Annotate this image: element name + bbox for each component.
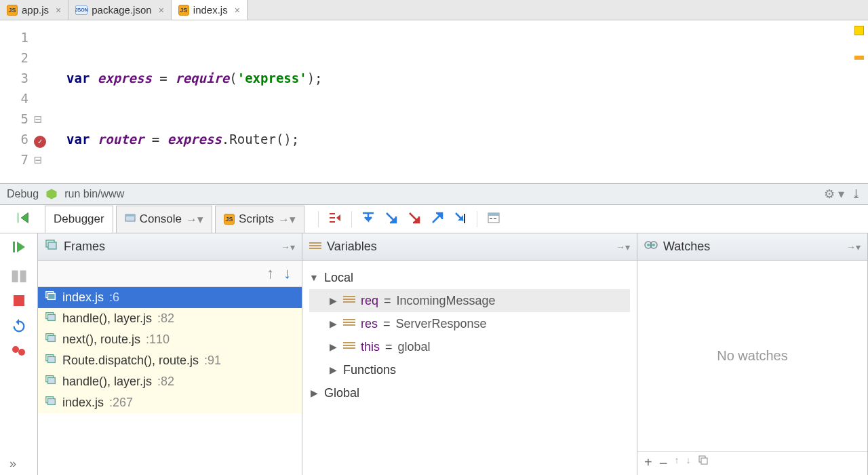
tab-label: app.js <box>22 4 49 16</box>
chevron-right-icon[interactable] <box>309 381 319 404</box>
variable-icon <box>343 296 355 305</box>
frame-row[interactable]: Route.dispatch(), route.js:91 <box>38 350 302 371</box>
minimize-icon[interactable]: →▾ <box>846 242 861 252</box>
frame-label: index.js <box>62 396 104 410</box>
frames-nav: ↑ ↓ <box>38 261 302 287</box>
move-down-icon[interactable]: ↓ <box>686 455 691 472</box>
frame-row[interactable]: index.js:267 <box>38 392 302 413</box>
svg-rect-10 <box>14 295 24 306</box>
tab-label: package.json <box>92 4 151 16</box>
chevron-right-icon[interactable] <box>328 289 338 312</box>
step-out-icon[interactable] <box>431 211 444 227</box>
gear-icon[interactable]: ⚙ ▾ <box>824 187 844 202</box>
svg-rect-2 <box>125 214 135 216</box>
chevron-right-icon[interactable] <box>328 358 338 381</box>
step-over-icon[interactable] <box>361 211 375 227</box>
resume-icon[interactable] <box>11 239 27 257</box>
frame-down-icon[interactable]: ↓ <box>283 265 291 282</box>
chevron-right-icon[interactable] <box>328 335 338 358</box>
frames-header: Frames →▾ <box>38 233 302 261</box>
var-row[interactable]: this = global <box>309 335 630 358</box>
frame-row[interactable]: handle(), layer.js:82 <box>38 308 302 329</box>
editor-markers[interactable] <box>854 26 865 60</box>
frame-row[interactable]: index.js:6 <box>38 287 302 308</box>
line-number: 1 <box>0 27 28 48</box>
step-into-icon[interactable] <box>384 211 398 227</box>
tab-label: Debugger <box>54 212 104 226</box>
restart-icon[interactable] <box>12 319 26 336</box>
close-icon[interactable]: × <box>56 5 61 16</box>
chevron-right-icon[interactable] <box>328 312 338 335</box>
line-number: 4 <box>0 88 28 109</box>
var-name: Functions <box>343 358 396 381</box>
pause-icon[interactable]: ▮▮ <box>11 267 27 284</box>
var-row[interactable]: res = ServerResponse <box>309 312 630 335</box>
svg-rect-6 <box>488 213 499 216</box>
code-editor[interactable]: 1 2 3 4 5 6 7 ⊟ ✓ ⊟ var express = requir… <box>0 20 868 183</box>
frame-row[interactable]: next(), route.js:110 <box>38 329 302 350</box>
frame-icon <box>45 290 57 305</box>
scope-global[interactable]: Global <box>309 381 630 404</box>
svg-rect-16 <box>48 293 56 299</box>
frames-icon <box>45 238 58 255</box>
panel-title: Variables <box>327 240 377 254</box>
warning-marker[interactable] <box>854 26 864 35</box>
minimize-icon[interactable]: →▾ <box>281 242 295 252</box>
expand-icon[interactable]: » <box>9 457 16 471</box>
close-icon[interactable]: × <box>235 5 240 16</box>
line-number: 6 <box>0 129 28 149</box>
tab-package-json[interactable]: JSON package.json × <box>68 0 172 20</box>
show-execution-point-icon[interactable] <box>328 211 342 227</box>
minimize-icon[interactable]: →▾ <box>616 242 630 252</box>
var-name: res <box>361 312 378 335</box>
download-icon[interactable]: ⤓ <box>851 187 861 202</box>
var-value: ServerResponse <box>396 312 487 335</box>
add-watch-icon[interactable]: + <box>644 455 652 472</box>
frame-row[interactable]: handle(), layer.js:82 <box>38 371 302 392</box>
line-number: 7 <box>0 149 28 170</box>
editor-gutter: 1 2 3 4 5 6 7 ⊟ ✓ ⊟ <box>0 20 60 183</box>
svg-rect-24 <box>48 377 56 383</box>
svg-rect-32 <box>701 458 707 464</box>
var-row[interactable]: req = IncomingMessage <box>309 289 630 312</box>
run-to-cursor-icon[interactable] <box>454 211 467 227</box>
scope-local[interactable]: Local <box>309 266 630 289</box>
marker[interactable] <box>854 56 864 60</box>
frame-icon <box>45 332 57 347</box>
stop-icon[interactable] <box>12 294 26 309</box>
frame-label: Route.dispatch(), route.js <box>62 354 199 368</box>
frame-up-icon[interactable]: ↑ <box>267 265 274 282</box>
evaluate-expression-icon[interactable] <box>487 211 500 227</box>
remove-watch-icon[interactable]: − <box>659 455 668 472</box>
view-breakpoints-icon[interactable] <box>12 345 26 358</box>
tab-debugger[interactable]: Debugger <box>45 206 113 233</box>
var-row[interactable]: Functions <box>309 358 630 381</box>
nodejs-icon <box>45 188 58 200</box>
tab-console[interactable]: Console →▾ <box>116 206 212 233</box>
js-file-icon: JS <box>7 5 18 16</box>
breakpoint-icon[interactable]: ✓ <box>34 136 46 148</box>
scope-name: Local <box>324 266 353 289</box>
rerun-icon[interactable] <box>16 210 31 227</box>
copy-icon[interactable] <box>698 455 709 472</box>
close-icon[interactable]: × <box>159 5 164 16</box>
var-name: this <box>361 335 380 358</box>
move-up-icon[interactable]: ↑ <box>675 455 679 472</box>
scope-name: Global <box>324 381 359 404</box>
svg-rect-3 <box>363 212 374 214</box>
tab-index-js[interactable]: JS index.js × <box>172 0 248 20</box>
variables-tree[interactable]: Local req = IncomingMessage res = Server… <box>302 261 637 410</box>
run-config-name[interactable]: run bin/www <box>64 188 124 200</box>
variables-header: Variables →▾ <box>302 233 637 261</box>
frames-list[interactable]: index.js:6 handle(), layer.js:82 next(),… <box>38 287 302 475</box>
tab-app-js[interactable]: JS app.js × <box>0 0 68 20</box>
svg-rect-20 <box>48 335 56 341</box>
code-area[interactable]: var express = require('express'); var ro… <box>60 20 868 183</box>
frame-loc: :6 <box>109 290 119 305</box>
frame-icon <box>45 311 57 326</box>
chevron-down-icon[interactable] <box>309 266 319 289</box>
frame-label: next(), route.js <box>62 332 140 347</box>
force-step-into-icon[interactable] <box>408 211 421 227</box>
debug-tool-window-header: Debug run bin/www ⚙ ▾ ⤓ <box>0 183 868 205</box>
tab-scripts[interactable]: JS Scripts →▾ <box>215 206 304 233</box>
